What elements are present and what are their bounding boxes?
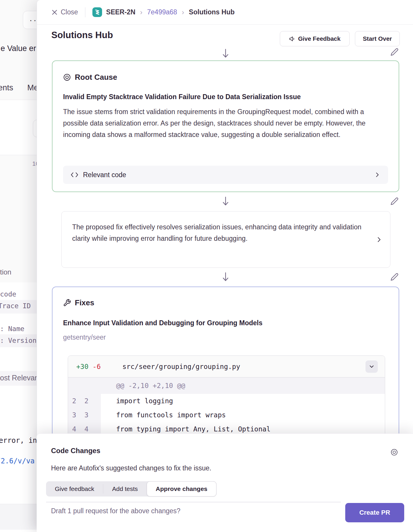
diff-row: 3 3 from functools import wraps (68, 408, 385, 422)
collapse-diff-button[interactable] (365, 360, 378, 373)
more-options-label: ·· (29, 15, 38, 25)
diff-filename: src/seer/grouping/grouping.py (122, 363, 240, 370)
background-stacktrace-fragment: error, in (0, 436, 37, 445)
diff-code: import logging (101, 397, 173, 405)
target-icon (63, 73, 71, 81)
underlying-footer-section (0, 504, 40, 530)
background-kv-name-fragment: : Name (0, 325, 24, 333)
diff-code: from typing import Any, List, Optional (101, 425, 270, 433)
background-section-fragment: tion (0, 268, 11, 276)
fixes-header: Fixes (63, 298, 388, 307)
crumb-issue[interactable]: 7e499a68 (147, 8, 177, 16)
code-changes-description: Here are Autofix's suggested changes to … (51, 464, 211, 472)
relevant-code-row[interactable]: Relevant code (63, 166, 388, 184)
root-cause-title: Invalid Empty Stacktrace Validation Fail… (63, 93, 388, 101)
start-over-button[interactable]: Start Over (355, 31, 400, 46)
close-icon (51, 9, 58, 16)
seer-logo-icon (92, 7, 102, 17)
background-kv-traceid-fragment: Trace ID (0, 302, 31, 310)
code-changes-heading: Code Changes (51, 447, 100, 455)
start-over-label: Start Over (363, 35, 392, 42)
give-feedback-button[interactable]: Give Feedback (280, 31, 350, 46)
background-kv-version-fragment: : Version (0, 337, 37, 344)
review-summary-card[interactable]: The proposed fix effectively resolves se… (61, 211, 390, 268)
screen: { "background_page": { "more_label": "··… (0, 0, 413, 532)
action-segment-add-tests[interactable]: Add tests (103, 481, 147, 497)
fix-title: Enhance Input Validation and Debugging f… (63, 319, 388, 327)
root-cause-header: Root Cause (63, 73, 388, 82)
background-link-fragment[interactable]: /2.6/v/va (0, 457, 35, 465)
line-number-old: 2 (72, 397, 76, 405)
background-tab-fragment-left[interactable]: ents (0, 83, 13, 92)
line-number-new: 3 (84, 411, 89, 419)
line-number-new: 2 (84, 397, 89, 405)
edit-pencil-button[interactable] (390, 48, 399, 56)
chevron-down-icon (368, 363, 375, 370)
action-segment-approve-changes[interactable]: Approve changes (147, 481, 216, 497)
footer-divider (46, 502, 341, 502)
edit-pencil-button[interactable] (390, 273, 399, 281)
wrench-icon (63, 299, 71, 307)
diff-header[interactable]: +30 -6 src/seer/grouping/grouping.py (68, 356, 385, 377)
chevron-separator-icon: › (181, 8, 185, 16)
root-cause-description: The issue stems from strict validation r… (63, 106, 383, 140)
page-title: Solutions Hub (51, 30, 113, 40)
diff-gutter: 3 3 (68, 408, 101, 422)
chevron-right-icon (374, 172, 380, 178)
background-issue-title-fragment: e Value er (1, 44, 36, 53)
flow-down-arrow-icon (221, 49, 230, 58)
relevant-code-label: Relevant code (83, 171, 126, 179)
flow-down-arrow-icon (221, 196, 230, 206)
code-changes-sheet: Code Changes Here are Autofix's suggeste… (37, 433, 413, 532)
diff-row: 2 2 import logging (68, 394, 385, 408)
line-number-new: 4 (84, 425, 89, 433)
review-summary-text: The proposed fix effectively resolves se… (72, 221, 363, 244)
draft-pr-prompt: Draft 1 pull request for the above chang… (51, 507, 180, 515)
target-icon (390, 448, 398, 456)
fixes-heading: Fixes (75, 298, 94, 307)
diff-additions: +30 (76, 363, 89, 370)
action-segment-give-feedback[interactable]: Give feedback (46, 481, 103, 497)
root-cause-heading: Root Cause (75, 73, 117, 82)
megaphone-icon (289, 36, 295, 42)
flow-down-arrow-icon (221, 272, 230, 282)
drawer-topbar: Close SEER-2N › 7e499a68 › Solutions Hub (37, 0, 413, 25)
chevron-right-icon (375, 236, 382, 243)
divider (0, 155, 40, 155)
chevron-separator-icon: › (140, 8, 143, 16)
diff-gutter: 2 2 (68, 394, 101, 408)
repo-name: getsentry/seer (63, 333, 388, 341)
diff-deletions: -6 (93, 363, 101, 370)
fixes-card: Fixes Enhance Input Validation and Debug… (52, 287, 399, 458)
create-pr-button[interactable]: Create PR (345, 503, 404, 522)
action-segmented-control: Give feedback Add tests Approve changes (46, 481, 216, 497)
close-button[interactable]: Close (51, 8, 78, 16)
give-feedback-label: Give Feedback (298, 35, 341, 42)
topbar-divider (85, 7, 85, 17)
diff-code: from functools import wraps (101, 411, 226, 419)
background-badge-fragment[interactable]: ost Relevan (0, 374, 39, 382)
underlying-chart-section (0, 155, 40, 282)
diff-hunk-line: @@ -2,10 +2,10 @@ (68, 377, 385, 394)
code-icon (71, 172, 78, 178)
edit-pencil-button[interactable] (390, 197, 399, 205)
line-number-old: 3 (72, 411, 76, 419)
crumb-project[interactable]: SEER-2N (106, 8, 136, 16)
close-label: Close (61, 8, 78, 16)
background-kv-code-fragment: code (0, 290, 16, 298)
crumb-page: Solutions Hub (189, 8, 235, 16)
line-number-old: 4 (72, 425, 76, 433)
root-cause-card: Root Cause Invalid Empty Stacktrace Vali… (52, 60, 399, 192)
